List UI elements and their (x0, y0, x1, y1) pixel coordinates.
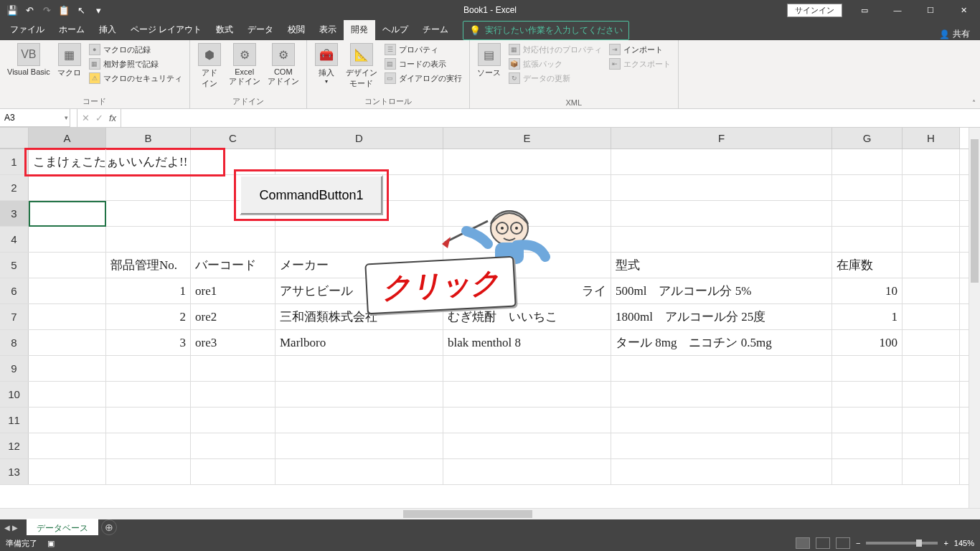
cell[interactable]: 3 (106, 330, 191, 355)
tab-view[interactable]: 表示 (312, 20, 344, 40)
cell[interactable] (611, 227, 832, 252)
cell[interactable]: 型式 (611, 253, 832, 278)
cell[interactable] (443, 459, 611, 484)
cell[interactable] (29, 278, 106, 303)
collapse-ribbon-icon[interactable]: ˄ (972, 99, 976, 107)
row-header[interactable]: 10 (0, 382, 29, 407)
maximize-icon[interactable]: ☐ (914, 0, 947, 20)
col-header-g[interactable]: G (832, 128, 903, 149)
cell[interactable] (29, 408, 106, 433)
cell[interactable] (611, 382, 832, 407)
cell[interactable] (832, 408, 903, 433)
cell[interactable] (611, 175, 832, 200)
zoom-in-button[interactable]: + (943, 539, 948, 547)
scrollbar-thumb[interactable] (971, 139, 979, 283)
view-page-break-icon[interactable] (836, 537, 850, 549)
cell[interactable] (903, 278, 960, 303)
view-normal-icon[interactable] (796, 537, 810, 549)
cell[interactable] (29, 459, 106, 484)
tab-page-layout[interactable]: ページ レイアウト (123, 20, 209, 40)
worksheet[interactable]: A B C D E F G H 1 こまけぇこたぁいいんだよ!! 2 3 4 5… (0, 128, 980, 519)
cell[interactable] (275, 149, 443, 174)
cell[interactable] (611, 433, 832, 458)
cell[interactable]: ore1 (191, 278, 275, 303)
cell[interactable]: アサヒビール (275, 278, 443, 303)
cell[interactable] (29, 175, 106, 200)
col-header-c[interactable]: C (191, 128, 275, 149)
cell[interactable] (275, 459, 443, 484)
row-header[interactable]: 12 (0, 433, 29, 458)
xml-export-button[interactable]: ⇤エクスポート (606, 57, 674, 70)
cell[interactable] (611, 408, 832, 433)
cell[interactable]: ore2 (191, 304, 275, 329)
col-header-d[interactable]: D (275, 128, 443, 149)
cell[interactable] (903, 330, 960, 355)
cell[interactable] (191, 227, 275, 252)
record-macro-button[interactable]: ●マクロの記録 (86, 43, 185, 56)
cell[interactable] (903, 304, 960, 329)
cell[interactable] (443, 175, 611, 200)
cell[interactable] (832, 356, 903, 381)
command-button-1[interactable]: CommandButton1 (240, 175, 383, 215)
cell[interactable]: ore3 (191, 330, 275, 355)
cell[interactable] (903, 382, 960, 407)
row-header[interactable]: 8 (0, 330, 29, 355)
namebox-dropdown-icon[interactable]: ▾ (65, 114, 68, 121)
cell[interactable] (611, 201, 832, 226)
minimize-icon[interactable]: — (881, 0, 914, 20)
horizontal-scrollbar[interactable] (392, 509, 980, 519)
cell[interactable] (191, 356, 275, 381)
cell[interactable] (191, 459, 275, 484)
cell[interactable] (832, 382, 903, 407)
formula-input[interactable] (121, 109, 980, 127)
cell[interactable]: 10 (832, 278, 903, 303)
cell[interactable] (29, 304, 106, 329)
cell[interactable] (106, 433, 191, 458)
cell[interactable] (903, 201, 960, 226)
zoom-slider[interactable] (866, 542, 938, 545)
tab-developer[interactable]: 開発 (344, 20, 375, 40)
cell[interactable] (106, 459, 191, 484)
cell[interactable] (903, 356, 960, 381)
cell[interactable]: 1 (106, 278, 191, 303)
cell[interactable] (903, 253, 960, 278)
cell[interactable] (903, 459, 960, 484)
cell[interactable] (903, 227, 960, 252)
com-addins-button[interactable]: ⚙COM アドイン (265, 42, 302, 88)
tell-me-search[interactable]: 💡 実行したい作業を入力してください (463, 21, 629, 40)
tab-help[interactable]: ヘルプ (375, 20, 415, 40)
xml-import-button[interactable]: ⇥インポート (606, 43, 674, 56)
cell[interactable]: 在庫数 (832, 253, 903, 278)
cell[interactable] (611, 356, 832, 381)
accept-formula-icon[interactable]: ✓ (95, 113, 103, 123)
cell[interactable] (832, 175, 903, 200)
cell[interactable] (832, 433, 903, 458)
cell[interactable]: 2 (106, 304, 191, 329)
signin-button[interactable]: サインイン (787, 4, 842, 17)
cell[interactable]: 1800ml アルコール分 25度 (611, 304, 832, 329)
cell[interactable] (443, 433, 611, 458)
col-header-e[interactable]: E (443, 128, 611, 149)
xml-map-button[interactable]: ▦対応付けのプロパティ (506, 43, 605, 56)
cell[interactable] (29, 253, 106, 278)
tab-review[interactable]: 校閲 (281, 20, 312, 40)
cell[interactable] (903, 408, 960, 433)
cell[interactable] (611, 459, 832, 484)
cell[interactable] (903, 175, 960, 200)
cell[interactable]: バーコード (191, 253, 275, 278)
cell[interactable] (29, 330, 106, 355)
cell[interactable] (832, 201, 903, 226)
tab-home[interactable]: ホーム (52, 20, 92, 40)
zoom-out-button[interactable]: − (856, 539, 860, 547)
macro-record-icon[interactable]: ▣ (47, 539, 55, 548)
cell[interactable] (29, 227, 106, 252)
cell[interactable]: むぎ焼酎 いいちこ (443, 304, 611, 329)
close-icon[interactable]: ✕ (947, 0, 980, 20)
cell[interactable]: Marlboro (275, 330, 443, 355)
relative-ref-button[interactable]: ▦相対参照で記録 (86, 57, 185, 70)
cell[interactable] (29, 356, 106, 381)
cell[interactable] (443, 149, 611, 174)
cell[interactable]: 100 (832, 330, 903, 355)
tab-data[interactable]: データ (240, 20, 281, 40)
cell[interactable] (106, 201, 191, 226)
